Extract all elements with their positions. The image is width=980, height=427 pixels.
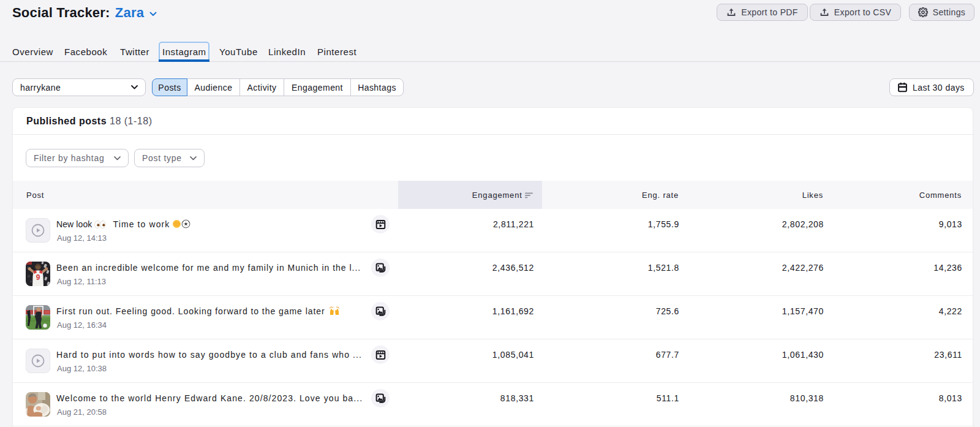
svg-text:9: 9: [36, 273, 40, 282]
